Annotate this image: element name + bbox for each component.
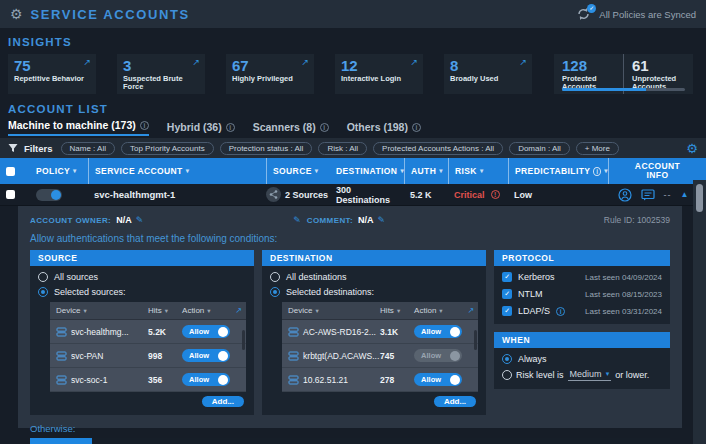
all-sources-radio[interactable]: All sources (38, 272, 246, 282)
server-icon (56, 351, 67, 361)
filter-pill-protected-actions[interactable]: Protected Accounts Actions : All (373, 142, 503, 155)
info-icon[interactable]: i (140, 121, 149, 130)
open-arrow-icon[interactable]: ↗ (301, 57, 309, 67)
ldaps-checkbox[interactable]: ✓ (502, 306, 512, 316)
column-source[interactable]: SOURCE▾ (266, 158, 330, 184)
unprotected-count: 61 (632, 58, 693, 74)
sort-chevron-icon: ▾ (315, 167, 319, 175)
selected-sources-radio[interactable]: Selected sources: (38, 287, 246, 297)
insight-value: 75 (14, 58, 90, 74)
filter-pill-domain[interactable]: Domain : All (509, 142, 570, 155)
protection-summary-card[interactable]: 128 Protected Accounts 61 Unprotected Ac… (554, 54, 693, 94)
insight-card-repetitive-behavior[interactable]: 75 Repetitive Behavior ↗ (8, 54, 96, 94)
when-panel: WHEN Always Risk level is Medium ▾ (494, 332, 670, 389)
info-icon[interactable]: i (556, 307, 565, 316)
open-arrow-icon[interactable]: ↗ (519, 57, 527, 67)
add-destination-button[interactable]: Add... (434, 396, 476, 407)
filter-pill-risk[interactable]: Risk : All (318, 142, 367, 155)
comment-value: N/A (358, 215, 374, 225)
tab-hybrid[interactable]: Hybrid (36) i (167, 121, 235, 136)
edit-icon[interactable]: ✎ (293, 215, 301, 225)
device-column[interactable]: Device▾ (56, 306, 148, 315)
when-risk-level-radio[interactable]: Risk level is Medium ▾ or lower. (502, 369, 662, 381)
policy-toggle[interactable] (36, 189, 62, 201)
insight-card-interactive-login[interactable]: 12 Interactive Login ↗ (335, 54, 423, 94)
allow-toggle[interactable]: Allow (182, 325, 230, 338)
page-scrollbar[interactable] (693, 180, 706, 444)
allow-toggle[interactable]: Allow (414, 325, 462, 338)
kerberos-checkbox[interactable]: ✓ (502, 272, 512, 282)
rule-id: Rule ID: 1002539 (604, 215, 670, 225)
policy-detail-panel: ACCOUNT OWNER: N/A ✎ ✎ COMMENT: N/A ✎ Ru… (18, 206, 682, 428)
action-column[interactable]: Action▾ (414, 306, 472, 315)
risk-level-dropdown[interactable]: Medium ▾ (568, 369, 612, 381)
ntlm-checkbox[interactable]: ✓ (502, 289, 512, 299)
info-icon[interactable]: i (226, 123, 235, 132)
insight-card-highly-privileged[interactable]: 67 Highly Privileged ↗ (226, 54, 314, 94)
more-actions-dash[interactable]: -- (664, 190, 672, 200)
add-source-button[interactable]: Add... (202, 396, 244, 407)
scrollbar-thumb[interactable] (696, 184, 703, 212)
column-risk[interactable]: RISK▾ (448, 158, 508, 184)
protocol-panel-title: PROTOCOL (494, 250, 670, 266)
insight-card-suspected-brute-force[interactable]: 3 Suspected Brute Force ↗ (117, 54, 205, 94)
account-owner-icon[interactable] (618, 188, 632, 202)
allow-toggle-disabled[interactable]: Allow (414, 349, 462, 362)
column-destination[interactable]: DESTINATION▾ (330, 158, 404, 184)
column-service-account[interactable]: SERVICE ACCOUNT▾ (88, 158, 266, 184)
comment-icon[interactable] (641, 189, 655, 201)
destination-row: 10.62.51.21 278 Allow (282, 368, 478, 392)
column-predictability[interactable]: PREDICTABILITYi▾ (508, 158, 608, 184)
select-all-checkbox[interactable] (6, 167, 15, 176)
row-checkbox[interactable] (6, 190, 15, 199)
open-arrow-icon[interactable]: ↗ (410, 57, 418, 67)
when-always-radio[interactable]: Always (502, 354, 662, 364)
filter-bar: Filters Name : All Top Priority Accounts… (0, 138, 706, 158)
tab-machine-to-machine[interactable]: Machine to machine (173) i (8, 119, 149, 136)
destination-row: krbtgt(AD.ACAWS... 745 Allow (282, 344, 478, 368)
device-column[interactable]: Device▾ (288, 306, 380, 315)
protection-progress-bar (562, 88, 685, 91)
source-device-table: Device▾ Hits▾ Action▾ ↗ svc-healthmg... … (50, 302, 246, 392)
column-policy[interactable]: POLICY▾ (30, 158, 88, 184)
table-scrollbar[interactable] (242, 330, 245, 350)
action-column[interactable]: Action▾ (182, 306, 240, 315)
sort-chevron-icon: ▾ (73, 167, 77, 175)
edit-owner-icon[interactable]: ✎ (136, 215, 144, 225)
open-table-icon[interactable]: ↗ (235, 306, 242, 315)
table-header: POLICY▾ SERVICE ACCOUNT▾ SOURCE▾ DESTINA… (0, 158, 706, 184)
collapse-chevron-icon[interactable]: ▲ (681, 190, 689, 199)
open-table-icon[interactable]: ↗ (467, 306, 474, 315)
hits-column[interactable]: Hits▾ (380, 306, 414, 315)
otherwise-label: Otherwise: (30, 423, 670, 434)
allow-toggle[interactable]: Allow (414, 373, 462, 386)
tab-scanners[interactable]: Scanners (8) i (253, 121, 329, 136)
info-icon[interactable]: i (320, 123, 329, 132)
allow-toggle[interactable]: Allow (182, 373, 230, 386)
allow-toggle[interactable]: Allow (182, 349, 230, 362)
column-auth[interactable]: AUTH▾ (404, 158, 448, 184)
filter-more-button[interactable]: + More (576, 142, 619, 155)
filter-pill-protection-status[interactable]: Protection status : All (220, 142, 313, 155)
allow-conditions-heading: Allow authentications that meet the foll… (30, 233, 670, 244)
do-button[interactable]: DO (30, 438, 92, 444)
open-arrow-icon[interactable]: ↗ (83, 57, 91, 67)
filter-settings-gear-icon[interactable]: ⚙ (686, 141, 698, 156)
edit-comment-icon[interactable]: ✎ (378, 215, 386, 225)
column-account-info[interactable]: ACCOUNT INFO (608, 158, 706, 184)
hits-column[interactable]: Hits▾ (148, 306, 182, 315)
sort-chevron-icon: ▾ (186, 167, 190, 175)
selected-destinations-radio[interactable]: Selected destinations: (270, 287, 478, 297)
insight-value: 3 (123, 58, 199, 74)
all-destinations-radio[interactable]: All destinations (270, 272, 478, 282)
open-arrow-icon[interactable]: ↗ (192, 57, 200, 67)
insight-card-broadly-used[interactable]: 8 Broadly Used ↗ (444, 54, 532, 94)
info-icon[interactable]: i (412, 123, 421, 132)
filter-pill-name[interactable]: Name : All (61, 142, 115, 155)
info-icon[interactable]: i (593, 167, 601, 176)
table-scrollbar[interactable] (474, 330, 477, 350)
tab-others[interactable]: Others (198) i (347, 121, 421, 136)
network-graph-icon[interactable] (266, 187, 281, 202)
filter-pill-top-priority[interactable]: Top Priority Accounts (121, 142, 214, 155)
account-row-svc-healthmgmt-1[interactable]: svc-healthmgmt-1 2 Sources 300 Destinati… (0, 184, 706, 206)
